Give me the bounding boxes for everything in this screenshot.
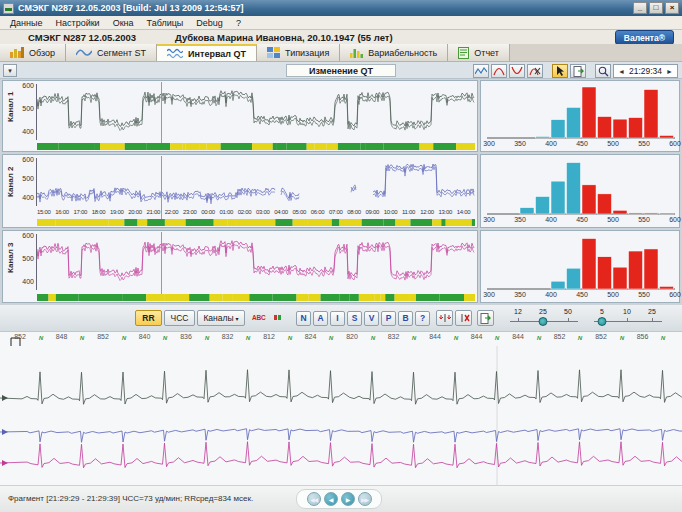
beat-mark[interactable]: N [453, 335, 459, 341]
time-axis-tick: 09:00 [366, 209, 380, 215]
menu-item-debug[interactable]: Debug [190, 17, 229, 29]
qt-trend-panel-1: Канал 1600500400 [2, 80, 478, 152]
time-axis-tick: 08:00 [347, 209, 361, 215]
time-axis-tick: 12:00 [420, 209, 434, 215]
menu-item-настройки[interactable]: Настройки [50, 17, 106, 29]
time-next-icon[interactable]: ► [666, 68, 673, 75]
time-cursor-line[interactable] [161, 82, 162, 144]
zoom-icon[interactable] [595, 64, 611, 78]
ecg-trace-channel-2[interactable] [0, 429, 682, 443]
beat-mark[interactable]: N [79, 335, 85, 341]
beat-class-button-B[interactable]: B [398, 311, 413, 326]
rr-value: 840 [139, 333, 151, 340]
step-back-button[interactable]: ◀ [324, 492, 338, 506]
menu-item-данные[interactable]: Данные [4, 17, 49, 29]
beat-mark[interactable]: N [121, 335, 127, 341]
beat-mark[interactable]: N [536, 335, 542, 341]
lead-marker-icon[interactable] [2, 429, 8, 435]
gain-slider[interactable]: 51025 [592, 308, 664, 329]
time-axis-tick: 01:00 [220, 209, 234, 215]
arc-up-icon[interactable] [491, 64, 507, 78]
tab-типизация[interactable]: Типизация [257, 44, 340, 61]
menu-item-окна[interactable]: Окна [107, 17, 140, 29]
beat-mark[interactable]: N [162, 335, 168, 341]
y-axis-tick: 600 [16, 82, 34, 89]
rr-value: 852 [97, 333, 109, 340]
channels-button[interactable]: Каналы ▾ [197, 310, 245, 326]
restore-button[interactable]: □ [649, 2, 663, 14]
play-button[interactable]: ▶ [341, 492, 355, 506]
rewind-button[interactable]: ◀◀ [307, 492, 321, 506]
delete-beat-button[interactable] [455, 310, 472, 326]
tab-label: Отчет [474, 48, 499, 58]
time-axis-tick: 15:00 [37, 209, 51, 215]
histogram-x-tick: 300 [483, 216, 495, 223]
beat-class-button-I[interactable]: I [330, 311, 345, 326]
speed-slider[interactable]: 122550 [508, 308, 580, 329]
title-bar: СМЭКГ N287 12.05.2003 [Build: Jul 13 200… [0, 0, 682, 16]
trend-line-icon[interactable] [473, 64, 489, 78]
time-prev-icon[interactable]: ◄ [618, 68, 625, 75]
histogram-x-tick: 450 [576, 140, 588, 147]
beat-mark[interactable]: N [494, 335, 500, 341]
beat-mark[interactable]: N [204, 335, 210, 341]
close-button[interactable]: × [665, 2, 679, 14]
tab-сегмент-st[interactable]: Сегмент ST [66, 44, 157, 61]
abc-annotation-icon[interactable]: ABC [252, 314, 265, 321]
rhythm-color-strip [37, 143, 475, 150]
y-axis-tick: 500 [16, 105, 34, 112]
beat-class-button-S[interactable]: S [347, 311, 362, 326]
beat-mark[interactable]: N [370, 335, 376, 341]
qt-trend-plot[interactable] [37, 232, 475, 292]
tab-отчет[interactable]: Отчет [448, 44, 510, 61]
qt-trend-plot[interactable] [37, 156, 475, 208]
ecg-trace-channel-3[interactable] [0, 442, 682, 468]
tab-интервал-qt[interactable]: Интервал QT [157, 44, 257, 61]
qt-toolbar: ▾ Изменение QT [0, 62, 682, 79]
beat-mark[interactable]: N [38, 335, 44, 341]
beat-class-button-P[interactable]: P [381, 311, 396, 326]
time-cursor-line[interactable] [161, 232, 162, 294]
beat-mark[interactable]: N [245, 335, 251, 341]
export-page-icon[interactable] [570, 64, 586, 78]
print-fragment-button[interactable] [477, 310, 494, 326]
beat-class-button-V[interactable]: V [364, 311, 379, 326]
insert-beat-button[interactable] [436, 310, 453, 326]
slider-knob[interactable] [539, 317, 548, 326]
y-axis-tick: 600 [16, 156, 34, 163]
beat-class-button-A[interactable]: A [313, 311, 328, 326]
cursor-tool-icon[interactable] [552, 64, 568, 78]
tab-вариабельность[interactable]: Вариабельность [340, 44, 448, 61]
lead-marker-icon[interactable] [2, 460, 8, 466]
ecg-trace-channel-1[interactable] [0, 370, 682, 405]
arc-down-icon[interactable] [509, 64, 525, 78]
beat-mark[interactable]: N [660, 335, 666, 341]
rr-button[interactable]: RR [135, 310, 162, 326]
forward-button[interactable]: ▶▶ [358, 492, 372, 506]
beat-mark[interactable]: N [411, 335, 417, 341]
beat-mark[interactable]: N [287, 335, 293, 341]
beat-class-button-?[interactable]: ? [415, 311, 430, 326]
hr-button[interactable]: ЧСС [164, 310, 195, 326]
minimize-button[interactable]: _ [633, 2, 647, 14]
time-axis-tick: 18:00 [92, 209, 106, 215]
y-axis-tick: 400 [16, 128, 34, 135]
beat-mark[interactable]: N [577, 335, 583, 341]
qt-trend-plot[interactable] [37, 82, 475, 142]
time-axis-tick: 11:00 [402, 209, 415, 215]
beat-mark[interactable]: N [328, 335, 334, 341]
arc-delete-icon[interactable] [527, 64, 543, 78]
time-navigator: ◄ 21:29:34 ► [613, 64, 678, 78]
beat-mark[interactable]: N [619, 335, 625, 341]
tab-обзор[interactable]: Обзор [0, 44, 66, 61]
histogram-x-tick: 450 [576, 291, 588, 298]
marker-flag-icon[interactable] [274, 315, 281, 320]
histogram-x-tick: 300 [483, 291, 495, 298]
status-bar: Фрагмент [21:29:29 - 21:29:39] ЧСС=73 уд… [0, 485, 682, 512]
menu-item-?[interactable]: ? [230, 17, 247, 29]
menu-item-таблицы[interactable]: Таблицы [141, 17, 190, 29]
lead-marker-icon[interactable] [2, 395, 8, 401]
chart-options-dropdown[interactable]: ▾ [3, 64, 17, 77]
slider-knob[interactable] [598, 317, 607, 326]
beat-class-button-N[interactable]: N [296, 311, 311, 326]
